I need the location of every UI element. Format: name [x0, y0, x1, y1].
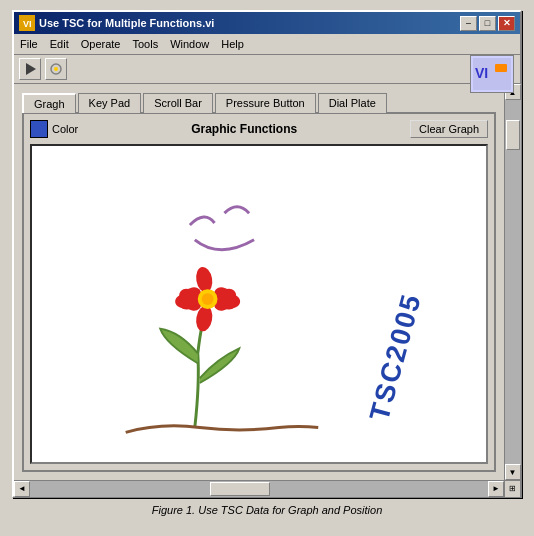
clear-graph-button[interactable]: Clear Graph — [410, 120, 488, 138]
run-button[interactable] — [19, 58, 41, 80]
maximize-button[interactable]: □ — [479, 16, 496, 31]
menu-window[interactable]: Window — [164, 36, 215, 52]
drawing-svg: TSC2005 — [32, 146, 486, 462]
svg-text:TSC2005: TSC2005 — [363, 290, 427, 424]
svg-marker-2 — [26, 63, 36, 75]
window-title: Use TSC for Multiple Functions.vi — [39, 17, 214, 29]
tab-content: Color Graphic Functions Clear Graph — [22, 112, 496, 472]
title-bar-left: VI Use TSC for Multiple Functions.vi — [19, 15, 214, 31]
main-area: Gragh Key Pad Scroll Bar Pressure Button… — [14, 84, 520, 480]
h-scroll-track[interactable] — [30, 481, 488, 497]
resize-corner[interactable]: ⊞ — [504, 481, 520, 497]
main-window: VI Use TSC for Multiple Functions.vi – □… — [12, 10, 522, 498]
title-bar: VI Use TSC for Multiple Functions.vi – □… — [14, 12, 520, 34]
menu-operate[interactable]: Operate — [75, 36, 127, 52]
graphic-functions-label: Graphic Functions — [86, 122, 402, 136]
tab-pressure[interactable]: Pressure Button — [215, 93, 316, 113]
tab-scrollbar[interactable]: Scroll Bar — [143, 93, 213, 113]
scroll-right-button[interactable]: ► — [488, 481, 504, 497]
drawing-area[interactable]: TSC2005 — [30, 144, 488, 464]
svg-text:VI: VI — [475, 65, 488, 81]
svg-rect-20 — [495, 64, 507, 72]
scroll-left-button[interactable]: ◄ — [14, 481, 30, 497]
svg-point-16 — [202, 293, 214, 305]
tab-gragh[interactable]: Gragh — [22, 93, 76, 113]
scroll-track[interactable] — [505, 100, 521, 464]
minimize-button[interactable]: – — [460, 16, 477, 31]
svg-point-4 — [54, 67, 58, 71]
toolbar — [14, 55, 520, 84]
highlight-button[interactable] — [45, 58, 67, 80]
h-scroll-thumb[interactable] — [210, 482, 270, 496]
right-scrollbar: ▲ ▼ — [504, 84, 520, 480]
tab-bar: Gragh Key Pad Scroll Bar Pressure Button… — [18, 88, 500, 112]
color-picker[interactable] — [30, 120, 48, 138]
tab-keypad[interactable]: Key Pad — [78, 93, 142, 113]
graph-toolbar: Color Graphic Functions Clear Graph — [30, 120, 488, 138]
title-buttons: – □ ✕ — [460, 16, 515, 31]
menu-tools[interactable]: Tools — [126, 36, 164, 52]
scroll-down-button[interactable]: ▼ — [505, 464, 521, 480]
tab-dialplate[interactable]: Dial Plate — [318, 93, 387, 113]
close-button[interactable]: ✕ — [498, 16, 515, 31]
app-icon: VI — [19, 15, 35, 31]
scroll-thumb[interactable] — [506, 120, 520, 150]
svg-text:VI: VI — [23, 19, 32, 29]
menu-bar: File Edit Operate Tools Window Help — [14, 34, 520, 55]
color-wrapper: Color — [30, 120, 78, 138]
figure-caption: Figure 1. Use TSC Data for Graph and Pos… — [152, 504, 383, 516]
content-area: Gragh Key Pad Scroll Bar Pressure Button… — [14, 84, 504, 480]
menu-edit[interactable]: Edit — [44, 36, 75, 52]
color-label: Color — [52, 123, 78, 135]
vi-thumbnail: VI — [470, 55, 514, 93]
menu-file[interactable]: File — [14, 36, 44, 52]
menu-help[interactable]: Help — [215, 36, 250, 52]
bottom-scrollbar: ◄ ► ⊞ — [14, 480, 520, 496]
